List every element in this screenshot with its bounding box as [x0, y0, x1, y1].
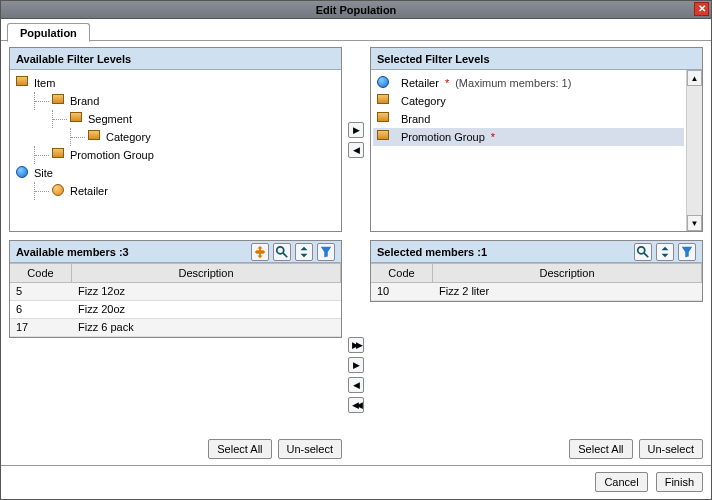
svg-point-2 [638, 246, 645, 253]
selected-level-brand[interactable]: Brand [373, 110, 684, 128]
selected-level-retailer[interactable]: Retailer * (Maximum members: 1) [373, 74, 684, 92]
members-move-col: ▶▶ ▶ ◀ ◀◀ [346, 240, 366, 459]
cancel-button[interactable]: Cancel [595, 472, 647, 492]
box-icon [16, 76, 30, 90]
bottom-row: Available members :3 [9, 240, 703, 459]
move-all-right-button[interactable]: ▶▶ [348, 337, 364, 353]
selected-levels-pane: Selected Filter Levels Retailer * (Maxim… [370, 47, 703, 232]
scroll-up-button[interactable]: ▲ [687, 70, 702, 86]
search-icon [636, 245, 650, 259]
col-code[interactable]: Code [371, 264, 433, 282]
table-header: Code Description [10, 263, 341, 283]
panel-body: Retailer * (Maximum members: 1) Category… [371, 70, 702, 231]
tree-node-site[interactable]: Site [16, 164, 339, 182]
panel-header: Available members :3 [10, 241, 341, 263]
box-icon [52, 94, 66, 108]
chevron-left-icon: ◀ [353, 380, 360, 390]
unselect-button[interactable]: Un-select [278, 439, 342, 459]
chevron-right-icon: ▶ [353, 360, 360, 370]
table-row[interactable]: 5 Fizz 12oz [10, 283, 341, 301]
panel-body: Item Brand Segment [10, 70, 341, 231]
hierarchy-button[interactable] [251, 243, 269, 261]
sort-button[interactable] [295, 243, 313, 261]
move-left-button[interactable]: ◀ [348, 142, 364, 158]
table-row[interactable]: 10 Fizz 2 liter [371, 283, 702, 301]
box-icon [377, 94, 391, 108]
levels-move-col: ▶ ◀ [346, 47, 366, 232]
box-icon [377, 112, 391, 126]
select-all-button[interactable]: Select All [208, 439, 271, 459]
col-desc[interactable]: Description [72, 264, 341, 282]
finish-button[interactable]: Finish [656, 472, 703, 492]
dialog-title: Edit Population [316, 4, 397, 16]
close-button[interactable]: ✕ [694, 2, 709, 16]
move-all-left-button[interactable]: ◀◀ [348, 397, 364, 413]
table-row[interactable]: 6 Fizz 20oz [10, 301, 341, 319]
unselect-button[interactable]: Un-select [639, 439, 703, 459]
search-button[interactable] [634, 243, 652, 261]
table-row[interactable]: 17 Fizz 6 pack [10, 319, 341, 337]
retailer-icon [52, 184, 66, 198]
tab-population[interactable]: Population [7, 23, 90, 42]
table-body: 10 Fizz 2 liter [371, 283, 702, 301]
toolbar [634, 243, 696, 261]
funnel-icon [680, 245, 694, 259]
available-members-pane: Available members :3 [9, 240, 342, 459]
selected-actions: Select All Un-select [370, 433, 703, 459]
filter-tree[interactable]: Item Brand Segment [10, 70, 341, 204]
sort-button[interactable] [656, 243, 674, 261]
required-marker: * [445, 77, 449, 89]
filter-button[interactable] [317, 243, 335, 261]
search-button[interactable] [273, 243, 291, 261]
funnel-icon [319, 245, 333, 259]
move-right-button[interactable]: ▶ [348, 122, 364, 138]
scroll-down-button[interactable]: ▼ [687, 215, 702, 231]
toolbar [251, 243, 335, 261]
dialog: Edit Population ✕ Population Available F… [0, 0, 712, 500]
sort-icon [658, 245, 672, 259]
selected-level-category[interactable]: Category [373, 92, 684, 110]
tree-node-category[interactable]: Category [16, 128, 339, 146]
selected-levels-list[interactable]: Retailer * (Maximum members: 1) Category… [371, 70, 686, 231]
box-icon [70, 112, 84, 126]
tree-node-promotion-group[interactable]: Promotion Group [16, 146, 339, 164]
panel-header: Selected members :1 [371, 241, 702, 263]
col-code[interactable]: Code [10, 264, 72, 282]
available-actions: Select All Un-select [9, 433, 342, 459]
chevron-left-icon: ◀ [353, 145, 360, 155]
col-desc[interactable]: Description [433, 264, 702, 282]
available-members-panel: Available members :3 [9, 240, 342, 338]
move-one-right-button[interactable]: ▶ [348, 357, 364, 373]
select-all-button[interactable]: Select All [569, 439, 632, 459]
double-chevron-right-icon: ▶▶ [352, 340, 360, 350]
tab-strip: Population [1, 19, 711, 41]
box-icon [52, 148, 66, 162]
available-levels-pane: Available Filter Levels Item Brand [9, 47, 342, 232]
panel-header: Available Filter Levels [10, 48, 341, 70]
sort-icon [297, 245, 311, 259]
close-icon: ✕ [698, 3, 706, 14]
box-icon [377, 130, 391, 144]
scrollbar[interactable]: ▲ ▼ [686, 70, 702, 231]
hierarchy-icon [253, 245, 267, 259]
selected-members-table: Code Description 10 Fizz 2 liter [371, 263, 702, 301]
table-body: 5 Fizz 12oz 6 Fizz 20oz 17 Fizz 6 pack [10, 283, 341, 337]
tree-node-retailer[interactable]: Retailer [16, 182, 339, 200]
panel-title: Selected Filter Levels [377, 53, 490, 65]
tree-node-brand[interactable]: Brand [16, 92, 339, 110]
panel-title: Selected members :1 [377, 246, 487, 258]
table-header: Code Description [371, 263, 702, 283]
chevron-right-icon: ▶ [353, 125, 360, 135]
filter-button[interactable] [678, 243, 696, 261]
panel-title: Available members :3 [16, 246, 129, 258]
globe-icon [377, 76, 391, 90]
selected-members-panel: Selected members :1 [370, 240, 703, 302]
search-icon [275, 245, 289, 259]
selected-level-promotion-group[interactable]: Promotion Group * [373, 128, 684, 146]
tree-node-item[interactable]: Item [16, 74, 339, 92]
move-one-left-button[interactable]: ◀ [348, 377, 364, 393]
available-members-table: Code Description 5 Fizz 12oz 6 Fizz 20oz [10, 263, 341, 337]
panel-title: Available Filter Levels [16, 53, 131, 65]
tree-node-segment[interactable]: Segment [16, 110, 339, 128]
svg-point-0 [277, 246, 284, 253]
